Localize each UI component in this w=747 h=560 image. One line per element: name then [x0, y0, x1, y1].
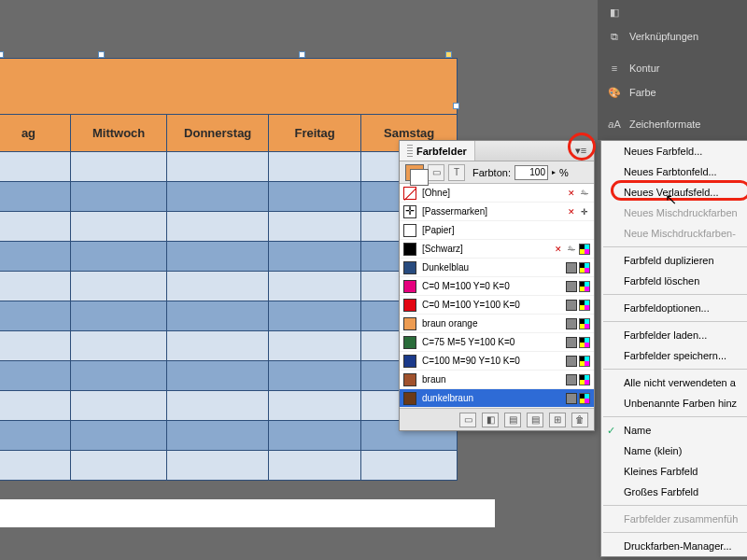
menu-separator [603, 321, 747, 322]
selection-handle[interactable] [98, 51, 105, 58]
x-icon: ✕ [566, 188, 577, 199]
tint-arrow-icon[interactable]: ▸ [552, 168, 556, 176]
annotation-oval [611, 180, 747, 201]
swatch-type-icons [566, 318, 590, 329]
menu-item[interactable]: Name (klein) [601, 441, 747, 461]
swatch-row[interactable]: [Papier] [400, 221, 594, 240]
grip-icon [407, 145, 413, 158]
swatch-row[interactable]: [Schwarz]✕ [400, 240, 594, 259]
text-format-button[interactable]: T [448, 164, 465, 181]
reg-icon: ✛ [579, 206, 590, 217]
show-color-button[interactable]: ◧ [482, 413, 499, 427]
panel-tab-layers[interactable]: ◧ [598, 0, 747, 24]
calendar-table[interactable]: ag Mittwoch Donnerstag Freitag Samstag [0, 114, 458, 481]
menu-item[interactable]: Alle nicht verwendeten a [601, 372, 747, 393]
swatch-type-icons: ✕✛ [566, 206, 590, 217]
swatch-type-icons [566, 262, 590, 273]
selection-handle[interactable] [453, 103, 459, 109]
lock-icon [579, 188, 590, 199]
tint-unit: % [559, 167, 569, 178]
fill-stroke-proxy[interactable] [405, 164, 424, 181]
day-header: Freitag [269, 115, 361, 152]
swatch-chip [403, 392, 416, 405]
swatch-row[interactable]: C=0 M=100 Y=100 K=0 [400, 296, 594, 315]
swatch-chip [403, 224, 416, 237]
swatch-name: [Papier] [422, 225, 585, 235]
selection-handle[interactable] [445, 51, 452, 58]
container-format-button[interactable]: ▭ [428, 164, 444, 181]
menu-separator [603, 246, 747, 247]
swatch-row[interactable]: [Ohne]✕ [400, 184, 594, 203]
swatch-chip [403, 336, 416, 349]
gray-icon [566, 337, 577, 348]
panel-tab-color[interactable]: 🎨 Farbe [598, 80, 747, 105]
menu-item[interactable]: Farbfelder laden... [601, 325, 747, 345]
swatch-name: [Schwarz] [422, 244, 547, 254]
menu-item[interactable]: Großes Farbfeld [601, 482, 747, 502]
delete-swatch-button[interactable]: 🗑 [571, 413, 588, 427]
swatch-row[interactable]: Dunkelblau [400, 259, 594, 277]
panel-label: Verknüpfungen [629, 31, 698, 42]
menu-item[interactable]: Farbfeld löschen [601, 271, 747, 291]
swatch-type-icons [566, 393, 590, 404]
gray-icon [566, 300, 577, 311]
swatch-row[interactable]: C=0 M=100 Y=0 K=0 [400, 277, 594, 296]
panel-label: Zeichenformate [629, 119, 700, 130]
gray-icon [566, 356, 577, 367]
selection-handle[interactable] [299, 51, 305, 58]
swatch-list[interactable]: [Ohne]✕[Passermarken]✕✛[Papier][Schwarz]… [400, 184, 594, 408]
swatch-type-icons [566, 281, 590, 292]
swatch-chip [403, 280, 416, 293]
swatch-row[interactable]: dunkelbraun [400, 389, 594, 408]
swatch-row[interactable]: [Passermarken]✕✛ [400, 203, 594, 221]
menu-separator [603, 532, 747, 533]
selection-handle[interactable] [0, 51, 4, 58]
tint-input[interactable] [514, 165, 548, 180]
swatch-type-icons [566, 356, 590, 367]
lock-icon [566, 244, 577, 255]
menu-item[interactable]: Neues Farbfeld... [601, 141, 747, 161]
swatch-name: C=0 M=100 Y=100 K=0 [422, 300, 560, 310]
cmyk-icon [579, 244, 590, 255]
swatch-name: braun [422, 374, 560, 385]
page-edge [0, 499, 495, 527]
swatch-row[interactable]: braun [400, 371, 594, 389]
layers-icon: ◧ [607, 5, 622, 20]
panel-titlebar[interactable]: Farbfelder ▸▸ ▾≡ [400, 141, 594, 161]
swatch-row[interactable]: C=100 M=90 Y=10 K=0 [400, 352, 594, 371]
menu-item[interactable]: Unbenannte Farben hinz [601, 393, 747, 413]
cmyk-icon [579, 281, 590, 292]
swatch-type-icons: ✕ [566, 188, 590, 199]
menu-item[interactable]: Farbfelder speichern... [601, 345, 747, 366]
panel-tab-charstyles[interactable]: aA Zeichenformate [598, 112, 747, 136]
cmyk-icon [579, 318, 590, 329]
show-all-button[interactable]: ▭ [459, 413, 476, 427]
menu-item: Farbfelder zusammenfüh [601, 509, 747, 529]
menu-item[interactable]: Name [601, 420, 747, 441]
swatches-flyout-menu: Neues Farbfeld...Neues Farbtonfeld...Neu… [600, 140, 747, 557]
menu-separator [603, 505, 747, 506]
cmyk-icon [579, 262, 590, 273]
menu-separator [603, 294, 747, 295]
menu-item[interactable]: Farbfeld duplizieren [601, 250, 747, 271]
cmyk-icon [579, 393, 590, 404]
swatch-row[interactable]: braun orange [400, 315, 594, 333]
menu-item[interactable]: Farbfeldoptionen... [601, 298, 747, 318]
swatches-tab[interactable]: Farbfelder [400, 141, 475, 161]
swatch-row[interactable]: C=75 M=5 Y=100 K=0 [400, 333, 594, 352]
panel-tab-links[interactable]: ⧉ Verknüpfungen [598, 24, 747, 49]
menu-item[interactable]: Kleines Farbfeld [601, 461, 747, 482]
new-swatch-button-2[interactable]: ⊞ [549, 413, 566, 427]
panel-tab-stroke[interactable]: ≡ Kontur [598, 56, 747, 80]
show-gradient-button[interactable]: ▤ [504, 413, 521, 427]
swatch-chip [403, 205, 416, 218]
swatch-chip [403, 261, 416, 274]
menu-item[interactable]: Druckfarben-Manager... [601, 536, 747, 556]
swatches-toolbar: ▭ T Farbton: ▸ % [400, 161, 594, 184]
swatch-name: C=75 M=5 Y=100 K=0 [422, 337, 560, 347]
annotation-circle [568, 133, 596, 161]
menu-item[interactable]: Neues Farbtonfeld... [601, 161, 747, 182]
cmyk-icon [579, 337, 590, 348]
new-swatch-button[interactable]: ▤ [527, 413, 543, 427]
menu-item: Neues Mischdruckfarben [601, 203, 747, 223]
